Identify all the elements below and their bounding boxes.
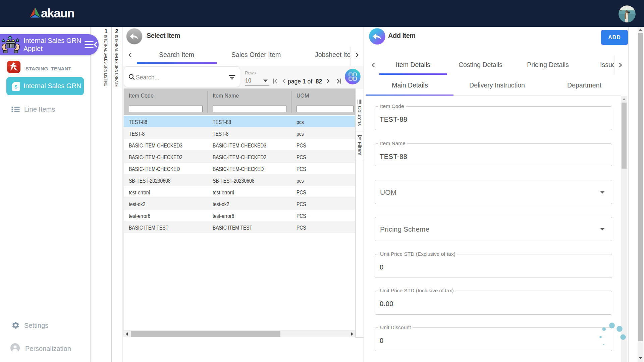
svg-text:$: $ bbox=[14, 84, 17, 89]
